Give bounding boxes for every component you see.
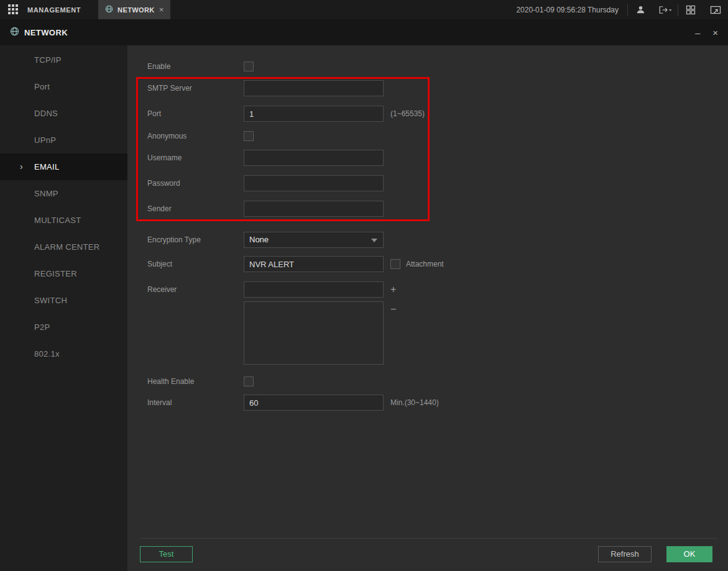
sidebar-item-snmp[interactable]: SNMP (0, 180, 127, 207)
sidebar-item-port[interactable]: Port (0, 73, 127, 100)
health-enable-checkbox[interactable] (244, 377, 254, 386)
receiver-field[interactable] (244, 281, 384, 298)
window-title-bar: NETWORK – × (0, 19, 728, 45)
top-bar: MANAGEMENT NETWORK × 2020-01-09 09:56:28… (0, 0, 728, 19)
attachment-checkbox[interactable] (390, 259, 400, 269)
close-icon[interactable]: × (712, 28, 718, 37)
sidebar-item-switch[interactable]: SWITCH (0, 287, 127, 314)
password-label: Password (147, 175, 180, 191)
username-label: Username (147, 150, 182, 166)
sidebar-item-email[interactable]: › EMAIL (0, 153, 127, 180)
sidebar-item-alarm-center[interactable]: ALARM CENTER (0, 234, 127, 260)
subject-label: Subject (147, 256, 172, 272)
smtp-server-label: SMTP Server (147, 80, 192, 96)
window-title: NETWORK (24, 28, 68, 37)
port-label: Port (147, 106, 161, 122)
encryption-type-label: Encryption Type (147, 232, 201, 248)
sender-label: Sender (147, 201, 172, 217)
anonymous-label: Anonymous (147, 128, 187, 144)
tab-label: NETWORK (117, 6, 155, 14)
minimize-icon[interactable]: – (695, 28, 700, 37)
globe-icon (105, 4, 113, 16)
interval-range-hint: Min.(30~1440) (390, 395, 439, 411)
screens-grid-icon[interactable] (678, 0, 703, 19)
datetime: 2020-01-09 09:56:28 Thursday (516, 6, 619, 14)
management-menu[interactable]: MANAGEMENT (27, 6, 81, 14)
receiver-list[interactable] (244, 301, 384, 365)
chevron-down-icon (371, 239, 377, 242)
globe-icon (10, 27, 19, 39)
sidebar-item-multicast[interactable]: MULTICAST (0, 207, 127, 234)
receiver-label: Receiver (147, 281, 177, 298)
enable-label: Enable (147, 58, 170, 75)
test-button[interactable]: Test (140, 546, 193, 562)
port-range-hint: (1~65535) (390, 106, 425, 122)
encryption-type-select[interactable]: None (244, 232, 384, 248)
sidebar: TCP/IP Port DDNS UPnP › EMAIL SNMP MULTI… (0, 45, 127, 571)
health-enable-label: Health Enable (147, 373, 194, 390)
subject-field[interactable] (244, 256, 384, 272)
tab-network[interactable]: NETWORK × (98, 0, 170, 19)
anonymous-checkbox[interactable] (244, 131, 254, 141)
sidebar-item-tcpip[interactable]: TCP/IP (0, 47, 127, 73)
sidebar-item-8021x[interactable]: 802.1x (0, 340, 127, 367)
attachment-label: Attachment (406, 256, 444, 272)
monitor-icon[interactable] (703, 0, 728, 19)
add-receiver-button[interactable]: + (390, 281, 396, 298)
refresh-button[interactable]: Refresh (598, 546, 652, 562)
smtp-server-field[interactable] (244, 80, 384, 96)
interval-label: Interval (147, 395, 172, 411)
user-icon[interactable] (628, 0, 653, 19)
annotation-rectangle (136, 77, 430, 221)
footer-divider (140, 538, 718, 539)
interval-field[interactable] (244, 395, 384, 411)
logout-icon[interactable] (653, 0, 678, 19)
chevron-right-icon: › (20, 153, 23, 180)
sidebar-item-ddns[interactable]: DDNS (0, 100, 127, 127)
remove-receiver-button[interactable]: − (390, 301, 396, 317)
sender-field[interactable] (244, 201, 384, 217)
sidebar-item-register[interactable]: REGISTER (0, 260, 127, 287)
ok-button[interactable]: OK (666, 546, 712, 562)
password-field[interactable] (244, 175, 384, 191)
tab-close-icon[interactable]: × (159, 6, 164, 14)
enable-checkbox[interactable] (244, 62, 254, 71)
port-field[interactable] (244, 106, 384, 122)
email-settings-panel: Enable SMTP Server Port (1~65535) Anonym… (127, 45, 728, 571)
apps-grid-icon[interactable] (8, 4, 19, 15)
sidebar-item-upnp[interactable]: UPnP (0, 127, 127, 153)
sidebar-item-p2p[interactable]: P2P (0, 314, 127, 340)
username-field[interactable] (244, 150, 384, 166)
